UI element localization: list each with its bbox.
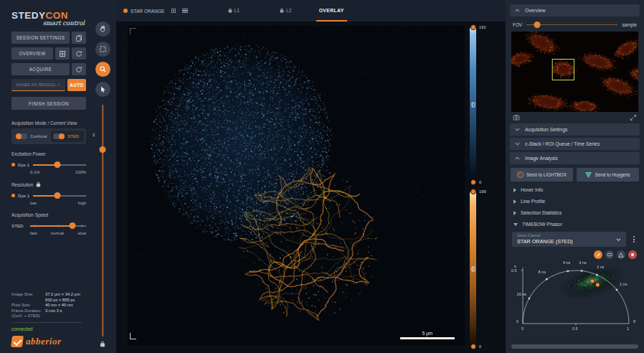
send-to-huygens-button[interactable]: Send to Huygens — [577, 168, 639, 182]
lightbox-icon — [517, 171, 524, 178]
phasor-lifetime-label: 16 ns — [517, 292, 526, 296]
tab-overlay[interactable]: OVERLAY — [316, 0, 347, 22]
cursor-tool-button[interactable] — [95, 82, 110, 97]
triangle-right-icon — [513, 211, 516, 215]
sted-toggle[interactable]: STED — [51, 131, 84, 142]
auto-button[interactable]: AUTO — [67, 79, 86, 91]
phasor-ellipse-tool[interactable] — [605, 250, 614, 259]
timebow-phasor-label: TIMEBOW Phasor — [522, 222, 562, 227]
excitation-power-slider[interactable] — [33, 161, 86, 168]
expand-icon[interactable] — [630, 114, 637, 121]
phasor-triangle-tool[interactable] — [617, 250, 625, 259]
channel-chip[interactable]: STAR ORANGE — [123, 0, 188, 22]
overview-body: FOV sample — [510, 19, 640, 121]
phasor-menu-button[interactable] — [630, 236, 638, 243]
speed-slow-label: slow — [77, 231, 86, 235]
image-analysis-title: Image Analysis — [525, 156, 558, 161]
acquire-button[interactable]: ACQUIRE — [11, 63, 70, 75]
refresh-icon — [75, 50, 82, 57]
colorbar-min-handle[interactable] — [470, 179, 476, 185]
channel-select-dropdown[interactable]: Select Channel STAR ORANGE (STED) — [512, 232, 626, 247]
slider-knob[interactable] — [55, 192, 61, 199]
snapshot-icon[interactable] — [513, 114, 520, 121]
zoom-slider-knob[interactable] — [100, 146, 106, 153]
pan-tool-button[interactable] — [95, 22, 110, 37]
section-zstack-roi-time[interactable]: z-Stack / ROI Queue / Time Series — [510, 138, 640, 150]
acquire-refresh-button[interactable] — [72, 63, 86, 75]
image-size-um: 37.2 µm × 34.2 µm — [45, 292, 80, 296]
slider-knob[interactable] — [55, 161, 61, 168]
roi-frame-icon — [99, 45, 107, 53]
channel-chip-label: STAR ORANGE — [131, 9, 165, 14]
viewport-corner-mark — [130, 333, 136, 339]
image-size-px: 930 px × 855 px — [45, 298, 75, 302]
zoom-slider-track — [102, 105, 103, 336]
chevron-down-icon — [515, 128, 520, 131]
colorbar-blue-channel[interactable]: 192 0 — [470, 27, 476, 183]
phasor-canvas[interactable] — [510, 262, 640, 334]
hover-info-label: Hover Info — [521, 187, 543, 192]
refresh-icon — [75, 66, 82, 73]
colorbar-max-handle[interactable] — [470, 24, 476, 30]
frame-duration-label: Frame Duration: — [11, 309, 45, 313]
overview-grid-button[interactable] — [55, 47, 70, 60]
acquisition-mode-label: Acquisition Mode / Current View: — [11, 121, 86, 126]
lock-icon — [280, 8, 284, 13]
send-huygens-label: Send to Huygens — [595, 172, 630, 177]
section-image-analysis[interactable]: Image Analysis — [510, 152, 640, 164]
chevron-down-icon — [616, 237, 621, 241]
microscopy-image[interactable] — [128, 26, 465, 345]
zoom-slider[interactable]: 2 — [89, 105, 116, 336]
copy-settings-button[interactable] — [72, 32, 86, 44]
abberior-logo: abberior — [11, 336, 82, 347]
confocal-toggle[interactable]: Confocal — [14, 131, 49, 142]
section-acquisition-settings[interactable]: Acquisition Settings — [510, 123, 640, 136]
fov-sample-slider[interactable] — [526, 22, 617, 28]
colorbar-max-handle[interactable] — [470, 189, 476, 194]
finish-session-button[interactable]: FINISH SESSION — [11, 97, 86, 110]
channel-settings-icon[interactable] — [171, 8, 176, 14]
resolution-min-label: low — [30, 201, 37, 205]
zoom-lock-icon[interactable] — [100, 341, 105, 347]
lock-icon[interactable] — [36, 182, 41, 187]
section-overview[interactable]: Overview — [510, 4, 640, 17]
dye1-color-dot — [11, 194, 15, 197]
connection-status: connected — [11, 326, 82, 331]
phasor-xtick: 1 — [627, 326, 629, 331]
analysis-item-line-profile[interactable]: Line Profile — [510, 197, 640, 206]
analysis-item-hover-info[interactable]: Hover Info — [510, 185, 640, 194]
tab-l2[interactable]: L2 — [277, 0, 295, 22]
overview-thumbnail[interactable] — [511, 32, 638, 112]
send-lightbox-label: Send to LIGHTBOX — [526, 172, 567, 177]
chevron-up-icon — [515, 9, 520, 12]
overview-refresh-button[interactable] — [72, 47, 86, 60]
overview-title: Overview — [525, 8, 545, 13]
phasor-draw-tool[interactable] — [594, 250, 602, 259]
colorbar-min-handle[interactable] — [470, 344, 476, 349]
resolution-slider[interactable] — [33, 192, 86, 199]
analysis-item-timebow-phasor[interactable]: TIMEBOW Phasor — [510, 220, 640, 229]
saved-status-button[interactable]: SAVED AS IMG0011 ✓ — [11, 79, 65, 91]
analysis-item-selection-statistics[interactable]: Selection Statistics — [510, 208, 640, 217]
acquisition-speed-slider[interactable] — [30, 222, 86, 229]
selection-statistics-label: Selection Statistics — [521, 210, 562, 215]
viewer-area: STAR ORANGE L1 L2 OVERLAY — [116, 0, 506, 353]
slider-knob[interactable] — [70, 222, 76, 229]
overview-button[interactable]: OVERVIEW — [11, 47, 53, 60]
speed-mode-label: STED — [11, 223, 27, 228]
colorbar-adjust-icon[interactable] — [471, 103, 475, 108]
tab-l1[interactable]: L1 — [225, 0, 243, 22]
stedycon-app: STEDYCON smart control SESSION SETTINGS … — [0, 0, 644, 353]
phasor-erase-tool[interactable] — [628, 250, 637, 259]
session-settings-button[interactable]: SESSION SETTINGS — [11, 32, 70, 44]
scale-bar-label: 5 µm — [422, 331, 432, 336]
zoom-tool-button[interactable] — [95, 62, 110, 77]
channel-menu-icon[interactable] — [182, 9, 188, 14]
panel-scrollbar[interactable] — [511, 344, 638, 349]
colorbar-orange-channel[interactable]: 199 0 — [470, 191, 476, 347]
fov-slider-knob[interactable] — [534, 22, 541, 28]
roi-tool-button[interactable] — [95, 42, 110, 57]
excitation-min-label: 0.1% — [30, 170, 39, 174]
colorbar-adjust-icon[interactable] — [471, 267, 475, 272]
send-to-lightbox-button[interactable]: Send to LIGHTBOX — [511, 168, 573, 182]
